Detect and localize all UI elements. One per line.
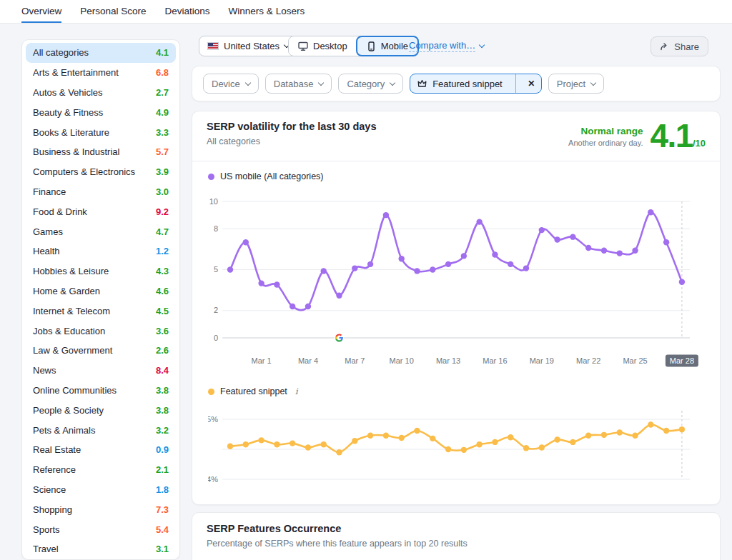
- data-point[interactable]: [290, 440, 295, 446]
- category-row[interactable]: Books & Literature 3.3: [26, 122, 176, 142]
- data-point[interactable]: [554, 436, 560, 442]
- data-point[interactable]: [632, 432, 638, 438]
- category-row[interactable]: Games 4.7: [26, 221, 176, 241]
- data-point[interactable]: [679, 279, 685, 284]
- data-point[interactable]: [414, 268, 420, 274]
- data-point[interactable]: [679, 426, 685, 432]
- category-row[interactable]: Shopping 7.3: [26, 499, 176, 519]
- category-row[interactable]: News 8.4: [26, 361, 176, 381]
- data-point[interactable]: [632, 248, 638, 254]
- filter-chip[interactable]: Category: [338, 74, 403, 94]
- data-point[interactable]: [305, 444, 311, 450]
- data-point[interactable]: [258, 437, 264, 443]
- data-point[interactable]: [648, 209, 653, 215]
- nav-tab-deviations[interactable]: Deviations: [165, 0, 210, 23]
- data-point[interactable]: [570, 234, 575, 239]
- share-button[interactable]: Share: [651, 36, 708, 56]
- category-row[interactable]: Home & Garden 4.6: [26, 281, 176, 301]
- data-point[interactable]: [274, 441, 280, 447]
- data-point[interactable]: [570, 439, 575, 445]
- data-point[interactable]: [585, 245, 591, 251]
- data-point[interactable]: [601, 432, 607, 438]
- data-point[interactable]: [476, 219, 482, 224]
- category-row[interactable]: Law & Government 2.6: [26, 341, 176, 361]
- filter-chip-active[interactable]: Featured snippet ✕: [410, 74, 542, 94]
- category-row[interactable]: Beauty & Fitness 4.9: [26, 102, 176, 122]
- info-icon[interactable]: i: [295, 386, 298, 396]
- data-point[interactable]: [539, 227, 545, 233]
- data-point[interactable]: [648, 421, 653, 427]
- data-point[interactable]: [492, 251, 498, 257]
- data-point[interactable]: [352, 265, 357, 271]
- data-point[interactable]: [305, 304, 311, 309]
- volatility-chart[interactable]: 025810Mar 1Mar 4Mar 7Mar 10Mar 13Mar 16M…: [208, 192, 716, 372]
- category-row[interactable]: Online Communities 3.8: [26, 381, 176, 401]
- category-row[interactable]: Sports 5.4: [26, 519, 176, 539]
- data-point[interactable]: [617, 429, 623, 435]
- data-point[interactable]: [336, 293, 342, 299]
- category-row[interactable]: Reference 2.1: [26, 460, 176, 480]
- data-point[interactable]: [352, 438, 357, 444]
- category-row[interactable]: Business & Industrial 5.7: [26, 142, 176, 162]
- data-point[interactable]: [523, 265, 529, 271]
- nav-tab-overview[interactable]: Overview: [21, 0, 61, 23]
- country-select[interactable]: United States: [199, 36, 297, 56]
- category-row[interactable]: People & Society 3.8: [26, 400, 176, 420]
- data-point[interactable]: [258, 280, 264, 286]
- data-point[interactable]: [336, 449, 342, 455]
- data-point[interactable]: [430, 266, 435, 272]
- category-row[interactable]: Arts & Entertainment 6.8: [26, 63, 176, 83]
- data-point[interactable]: [290, 304, 295, 309]
- data-point[interactable]: [383, 432, 389, 438]
- data-point[interactable]: [430, 436, 435, 441]
- data-point[interactable]: [554, 236, 560, 242]
- device-desktop-button[interactable]: Desktop: [289, 36, 357, 56]
- compare-with-link[interactable]: Compare with…: [409, 40, 484, 52]
- filter-chip[interactable]: Device: [203, 74, 259, 94]
- data-point[interactable]: [243, 239, 249, 245]
- data-point[interactable]: [601, 248, 607, 254]
- data-point[interactable]: [321, 441, 327, 447]
- data-point[interactable]: [383, 212, 389, 218]
- data-point[interactable]: [445, 446, 451, 452]
- data-point[interactable]: [414, 428, 420, 434]
- category-row[interactable]: Autos & Vehicles 2.7: [26, 83, 176, 103]
- data-point[interactable]: [274, 281, 280, 287]
- close-icon[interactable]: ✕: [522, 74, 541, 93]
- data-point[interactable]: [243, 441, 249, 447]
- data-point[interactable]: [539, 444, 545, 450]
- category-row[interactable]: Real Estate 0.9: [26, 440, 176, 460]
- data-point[interactable]: [508, 261, 513, 267]
- category-row[interactable]: Jobs & Education 3.6: [26, 321, 176, 341]
- data-point[interactable]: [227, 266, 233, 272]
- category-row[interactable]: Finance 3.0: [26, 182, 176, 202]
- category-row[interactable]: Hobbies & Leisure 4.3: [26, 261, 176, 281]
- data-point[interactable]: [367, 432, 373, 438]
- data-point[interactable]: [227, 444, 233, 449]
- nav-tab-personal-score[interactable]: Personal Score: [80, 0, 146, 23]
- data-point[interactable]: [508, 434, 513, 440]
- category-row[interactable]: All categories 4.1: [26, 43, 176, 63]
- data-point[interactable]: [445, 261, 451, 267]
- data-point[interactable]: [398, 256, 404, 261]
- category-row[interactable]: Internet & Telecom 4.5: [26, 301, 176, 321]
- data-point[interactable]: [617, 250, 623, 256]
- category-row[interactable]: Travel 3.1: [26, 539, 176, 559]
- data-point[interactable]: [398, 435, 404, 441]
- data-point[interactable]: [523, 445, 529, 451]
- feature-chart[interactable]: 4%5%: [208, 399, 716, 499]
- data-point[interactable]: [492, 439, 498, 445]
- category-row[interactable]: Health 1.2: [26, 241, 176, 261]
- filter-chip[interactable]: Project: [548, 74, 604, 94]
- data-point[interactable]: [321, 268, 327, 274]
- data-point[interactable]: [585, 432, 591, 438]
- category-row[interactable]: Science 1.8: [26, 480, 176, 500]
- data-point[interactable]: [461, 253, 467, 259]
- category-row[interactable]: Pets & Animals 3.2: [26, 420, 176, 440]
- data-point[interactable]: [461, 447, 467, 453]
- data-point[interactable]: [663, 239, 669, 245]
- data-point[interactable]: [663, 428, 669, 434]
- nav-tab-winners-losers[interactable]: Winners & Losers: [229, 0, 305, 23]
- category-row[interactable]: Food & Drink 9.2: [26, 201, 176, 221]
- filter-chip[interactable]: Database: [265, 74, 332, 94]
